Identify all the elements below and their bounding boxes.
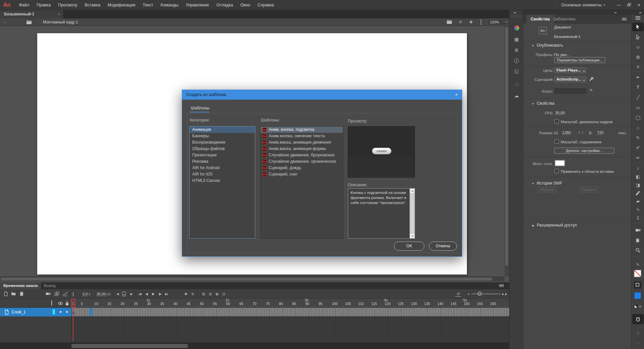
subselection-tool[interactable]	[632, 33, 644, 42]
timeline-zoom-in-icon[interactable]: ▲▲	[501, 291, 507, 297]
panel-menu-icon[interactable]	[622, 18, 627, 21]
class-input[interactable]	[554, 88, 586, 94]
category-item[interactable]: AIR for Android	[190, 165, 255, 171]
straighten-tool[interactable]: ⌐	[632, 339, 644, 348]
smooth-tool[interactable]: S	[632, 328, 644, 337]
pin-tool[interactable]: ↧	[632, 213, 644, 222]
playhead-marker[interactable]	[71, 299, 75, 308]
template-item[interactable]: AnАним. кнопка, подсветка	[261, 127, 343, 133]
link-width-height-icon[interactable]: ɔ c	[578, 130, 584, 134]
graph-editor-icon[interactable]	[62, 291, 68, 297]
collapse-panels-icon[interactable]: ◂◂	[514, 11, 516, 14]
last-frame-icon[interactable]: ▶|	[163, 291, 169, 297]
advanced-settings-button[interactable]: Дополн. настройки...	[554, 148, 614, 154]
fill-color-swatch[interactable]	[634, 292, 641, 299]
swatches-panel-icon[interactable]: ▦	[509, 35, 524, 43]
advanced-layers-icon[interactable]	[54, 291, 60, 297]
scroll-up-icon[interactable]	[410, 189, 415, 193]
target-dropdown[interactable]: Flash Playe...▾	[554, 67, 586, 73]
scene-breadcrumb[interactable]: Монтажный кадр 1	[43, 20, 78, 24]
step-forward-icon[interactable]: |▶	[157, 291, 163, 297]
category-item[interactable]: Анимация	[190, 127, 255, 133]
hand-tool[interactable]	[632, 236, 644, 245]
template-item[interactable]: AnСлучайное движение, броуновское	[261, 152, 343, 158]
selected-frame-cell[interactable]	[90, 308, 93, 316]
timeline-zoom-knob[interactable]	[478, 292, 482, 296]
panel-menu-icon[interactable]	[636, 16, 640, 19]
back-icon[interactable]: ←	[3, 19, 8, 24]
loop-icon[interactable]: ↻	[190, 291, 196, 297]
onion-skin-icon[interactable]: ⊞	[201, 291, 207, 297]
ok-button[interactable]: OK	[394, 242, 424, 251]
menu-item-6[interactable]: Текст	[139, 0, 157, 10]
class-edit-pencil-icon[interactable]: ✎	[590, 88, 593, 93]
stage-color-swatch[interactable]	[555, 160, 565, 166]
timeline-zoom-slider[interactable]	[472, 294, 500, 294]
menu-item-11[interactable]: Справка	[254, 0, 278, 10]
ink-bottle-tool[interactable]: ◨	[632, 181, 644, 189]
scale-spans-checkbox[interactable]	[554, 119, 559, 123]
tab-library[interactable]: Библиотека	[549, 15, 579, 24]
template-item[interactable]: AnСлучайное движение, органическое	[261, 158, 343, 165]
gradient-transform-tool[interactable]: ◍	[632, 52, 644, 61]
template-item[interactable]: AnСценарий, дождь	[261, 165, 343, 171]
snap-to-objects-toggle[interactable]: Ω	[632, 314, 644, 324]
classic-brush-tool[interactable]: ✐	[632, 143, 644, 152]
stage-zoom-select[interactable]: 100% ▾	[487, 19, 508, 25]
dialog-close-icon[interactable]: ×	[455, 90, 458, 100]
profile-value[interactable]: По умо...	[554, 53, 570, 57]
line-tool[interactable]: ╱	[632, 93, 644, 102]
lasso-tool[interactable]: σ	[632, 62, 644, 71]
lock-column-icon[interactable]	[64, 301, 70, 306]
restore-button[interactable]	[624, 0, 634, 10]
layer-lock-dot[interactable]	[66, 311, 68, 313]
menu-item-5[interactable]: Модификация	[104, 0, 139, 10]
scrollbar-thumb[interactable]	[505, 27, 508, 266]
rectangle-tool[interactable]: ▭	[632, 103, 644, 112]
next-frame-icon[interactable]: ▶	[128, 291, 135, 297]
swap-colors-icon[interactable]	[634, 304, 642, 309]
zoom-tool[interactable]	[632, 246, 644, 255]
fps-value[interactable]: 30,00	[555, 111, 565, 115]
timeline-scrollbar[interactable]	[0, 343, 509, 349]
minimize-button[interactable]: —	[614, 0, 624, 10]
category-item[interactable]: Реклама	[190, 158, 255, 165]
visibility-column-icon[interactable]	[58, 301, 63, 306]
menu-item-4[interactable]: Вставка	[81, 0, 104, 10]
scroll-down-icon[interactable]	[410, 234, 415, 238]
eraser-tool[interactable]: ▰	[632, 197, 644, 205]
cancel-button[interactable]: Отмена	[429, 242, 457, 251]
oval-tool[interactable]: ◯	[632, 113, 644, 122]
tab-output[interactable]: Вывод	[41, 282, 59, 289]
template-item[interactable]: AnАним.маска, анимация движения	[261, 139, 343, 146]
eyedropper-tool[interactable]	[632, 189, 644, 197]
timeline-ruler[interactable]: 1510152025303540455055606570758085909510…	[71, 299, 509, 308]
layer-visible-dot[interactable]	[60, 311, 61, 313]
tab-close-icon[interactable]: ×	[58, 10, 60, 18]
align-panel-icon[interactable]: ≣	[509, 46, 524, 54]
swf-clear-button[interactable]: Удалить	[579, 187, 599, 193]
play-icon[interactable]: ▶	[150, 291, 156, 297]
scrollbar-thumb[interactable]	[71, 344, 188, 348]
rotate-stage-icon[interactable]: ↺	[457, 19, 463, 25]
camera-tool[interactable]	[632, 226, 644, 235]
layer-name[interactable]: Слой_1	[11, 310, 26, 314]
center-frame-icon[interactable]: ✚	[183, 291, 189, 297]
category-item[interactable]: Образцы файлов	[190, 146, 255, 152]
height-value[interactable]: 720	[597, 131, 603, 135]
category-list[interactable]: АнимацияБаннерыВоспроизведениеОбразцы фа…	[189, 126, 255, 239]
menu-item-9[interactable]: Отладка	[213, 0, 236, 10]
section-accessibility[interactable]: ▶Расширенный доступ	[532, 223, 577, 228]
swf-log-button[interactable]: Журнал	[537, 187, 557, 193]
timeline-zoom-out-icon[interactable]: ▲	[466, 291, 472, 297]
preview-play-button[interactable]: нажми	[372, 148, 391, 154]
workspace-switcher[interactable]: Основные элементы	[561, 3, 601, 7]
paint-bucket-tool[interactable]: ◧	[632, 172, 644, 181]
new-folder-icon[interactable]	[10, 291, 16, 297]
template-item[interactable]: AnСценарий, снег	[261, 171, 343, 178]
scrollbar-thumb[interactable]	[410, 193, 414, 234]
category-item[interactable]: Презентации	[190, 152, 255, 158]
frames-empty-area[interactable]	[71, 316, 509, 343]
scrollbar-thumb[interactable]	[1, 278, 492, 281]
section-properties[interactable]: ▼Свойства	[532, 101, 554, 106]
